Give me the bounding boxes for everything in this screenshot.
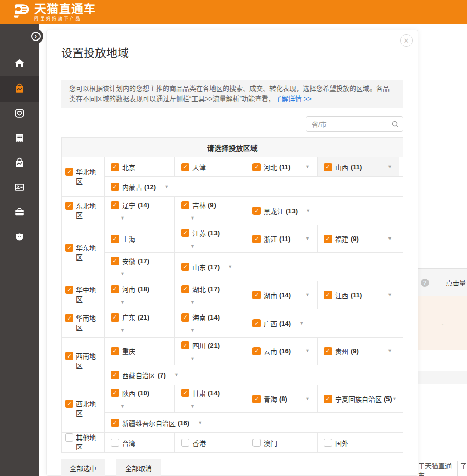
province-checkbox[interactable]: ✓ bbox=[111, 347, 119, 355]
chevron-down-icon[interactable]: ▼ bbox=[190, 404, 195, 409]
sidebar-item-campaign[interactable] bbox=[0, 76, 39, 102]
province-checkbox[interactable] bbox=[111, 439, 119, 447]
region-label-cell[interactable]: ✓华中地区 bbox=[62, 281, 105, 309]
region-label-cell[interactable]: ✓华东地区 bbox=[62, 225, 105, 281]
province-cell[interactable]: ✓宁夏回族自治区(5)▼ bbox=[318, 385, 399, 412]
region-checkbox[interactable]: ✓ bbox=[65, 400, 73, 408]
chevron-down-icon[interactable]: ▼ bbox=[120, 404, 125, 409]
province-checkbox[interactable]: ✓ bbox=[324, 163, 332, 171]
sidebar-item-shop[interactable] bbox=[0, 151, 39, 176]
province-checkbox[interactable]: ✓ bbox=[111, 419, 119, 427]
province-cell[interactable]: ✓北京 bbox=[105, 157, 175, 176]
chevron-down-icon[interactable]: ▼ bbox=[190, 300, 195, 305]
province-cell[interactable]: ✓福建(9)▼ bbox=[318, 225, 399, 252]
province-checkbox[interactable]: ✓ bbox=[252, 347, 261, 355]
province-checkbox[interactable]: ✓ bbox=[181, 313, 189, 322]
province-cell[interactable]: ✓四川(21)▼ bbox=[175, 338, 246, 365]
chevron-down-icon[interactable]: ▼ bbox=[164, 185, 169, 189]
province-cell[interactable]: 台湾 bbox=[105, 433, 175, 452]
province-checkbox[interactable]: ✓ bbox=[252, 291, 261, 299]
province-checkbox[interactable]: ✓ bbox=[324, 235, 332, 243]
chevron-down-icon[interactable]: ▼ bbox=[190, 328, 195, 333]
chevron-down-icon[interactable]: ▼ bbox=[190, 244, 195, 249]
province-cell[interactable]: 香港 bbox=[175, 433, 246, 452]
sidebar-item-favorites[interactable] bbox=[0, 102, 39, 127]
chevron-down-icon[interactable]: ▼ bbox=[120, 271, 125, 276]
province-checkbox[interactable]: ✓ bbox=[111, 183, 119, 191]
province-cell[interactable]: ✓安徽(17)▼ bbox=[105, 253, 175, 281]
province-cell[interactable]: ✓云南(16)▼ bbox=[246, 338, 318, 365]
chevron-down-icon[interactable]: ▼ bbox=[198, 421, 202, 425]
sidebar-expand-button[interactable]: › bbox=[29, 29, 43, 44]
search-icon[interactable] bbox=[391, 120, 399, 130]
province-cell[interactable]: ✓重庆 bbox=[105, 338, 175, 365]
province-checkbox[interactable]: ✓ bbox=[181, 285, 189, 293]
province-checkbox[interactable]: ✓ bbox=[111, 201, 119, 209]
region-label-cell[interactable]: ✓西北地区 bbox=[62, 385, 105, 432]
region-label-cell[interactable]: ✓华南地区 bbox=[62, 309, 105, 337]
province-cell[interactable]: ✓黑龙江(13)▼ bbox=[246, 197, 399, 225]
chevron-down-icon[interactable]: ▼ bbox=[120, 300, 125, 305]
province-cell[interactable]: ✓上海 bbox=[105, 225, 175, 252]
chevron-down-icon[interactable]: ▼ bbox=[305, 293, 310, 298]
province-cell[interactable]: ✓内蒙古(12)▼ bbox=[105, 177, 399, 196]
chevron-down-icon[interactable]: ▼ bbox=[306, 209, 310, 213]
province-checkbox[interactable]: ✓ bbox=[324, 395, 332, 403]
province-cell[interactable]: ✓甘肃(14)▼ bbox=[175, 385, 246, 412]
learn-more-link[interactable]: 了解详情 >> bbox=[275, 95, 312, 103]
province-cell[interactable]: ✓陕西(10)▼ bbox=[105, 385, 175, 412]
province-checkbox[interactable]: ✓ bbox=[252, 163, 261, 171]
province-checkbox[interactable]: ✓ bbox=[111, 235, 119, 243]
province-cell[interactable]: ✓辽宁(14)▼ bbox=[105, 197, 175, 225]
province-cell[interactable]: ✓广东(21)▼ bbox=[105, 309, 175, 337]
province-cell[interactable]: 国外 bbox=[318, 433, 399, 452]
province-cell[interactable]: ✓吉林(9)▼ bbox=[175, 197, 246, 225]
province-checkbox[interactable]: ✓ bbox=[181, 229, 189, 237]
chevron-down-icon[interactable]: ▼ bbox=[387, 165, 392, 169]
chevron-down-icon[interactable]: ▼ bbox=[190, 356, 195, 361]
chevron-down-icon[interactable]: ▼ bbox=[305, 349, 310, 353]
region-checkbox[interactable]: ✓ bbox=[65, 202, 73, 210]
region-checkbox[interactable] bbox=[65, 433, 73, 442]
province-checkbox[interactable]: ✓ bbox=[111, 285, 119, 293]
chevron-down-icon[interactable]: ▼ bbox=[120, 328, 125, 333]
chevron-down-icon[interactable]: ▼ bbox=[305, 165, 310, 169]
province-checkbox[interactable]: ✓ bbox=[181, 163, 189, 171]
region-label-cell[interactable]: 其他地区 bbox=[62, 433, 105, 452]
province-cell[interactable]: 澳门 bbox=[246, 433, 318, 452]
region-checkbox[interactable]: ✓ bbox=[65, 352, 73, 360]
province-checkbox[interactable]: ✓ bbox=[252, 235, 261, 243]
province-checkbox[interactable]: ✓ bbox=[181, 389, 189, 397]
chevron-down-icon[interactable]: ▼ bbox=[174, 373, 179, 378]
close-button[interactable]: ✕ bbox=[400, 34, 413, 47]
province-cell[interactable]: ✓山西(11)▼ bbox=[318, 157, 399, 176]
chevron-down-icon[interactable]: ▼ bbox=[228, 265, 232, 269]
province-cell[interactable]: ✓河南(18)▼ bbox=[105, 281, 175, 309]
chevron-down-icon[interactable]: ▼ bbox=[387, 349, 392, 353]
province-cell[interactable]: ✓江西(11)▼ bbox=[318, 281, 399, 309]
province-checkbox[interactable]: ✓ bbox=[111, 389, 119, 397]
province-cell[interactable]: ✓贵州(9)▼ bbox=[318, 338, 399, 365]
chevron-down-icon[interactable]: ▼ bbox=[387, 236, 392, 241]
region-checkbox[interactable]: ✓ bbox=[65, 286, 73, 294]
province-checkbox[interactable] bbox=[324, 439, 332, 447]
province-cell[interactable]: ✓广西(14)▼ bbox=[246, 309, 399, 337]
province-cell[interactable]: ✓天津 bbox=[175, 157, 246, 176]
province-checkbox[interactable]: ✓ bbox=[111, 257, 119, 265]
province-checkbox[interactable] bbox=[252, 439, 261, 447]
sidebar-item-contact-card[interactable] bbox=[0, 176, 39, 201]
sidebar-item-report[interactable] bbox=[0, 127, 39, 151]
province-cell[interactable]: ✓新疆维吾尔自治区(16)▼ bbox=[105, 413, 399, 432]
province-cell[interactable]: ✓江苏(13)▼ bbox=[175, 225, 246, 252]
chevron-down-icon[interactable]: ▼ bbox=[305, 396, 310, 401]
province-checkbox[interactable] bbox=[181, 439, 189, 447]
chevron-down-icon[interactable]: ▼ bbox=[392, 396, 397, 401]
region-label-cell[interactable]: ✓东北地区 bbox=[62, 197, 105, 225]
region-checkbox[interactable]: ✓ bbox=[65, 314, 73, 322]
sidebar-item-home[interactable] bbox=[0, 52, 39, 76]
chevron-down-icon[interactable]: ▼ bbox=[299, 321, 304, 326]
select-all-button[interactable]: 全部选中 bbox=[61, 459, 105, 476]
province-cell[interactable]: ✓西藏自治区(7)▼ bbox=[105, 365, 399, 385]
region-label-cell[interactable]: ✓西南地区 bbox=[62, 338, 105, 385]
province-checkbox[interactable]: ✓ bbox=[111, 163, 119, 171]
